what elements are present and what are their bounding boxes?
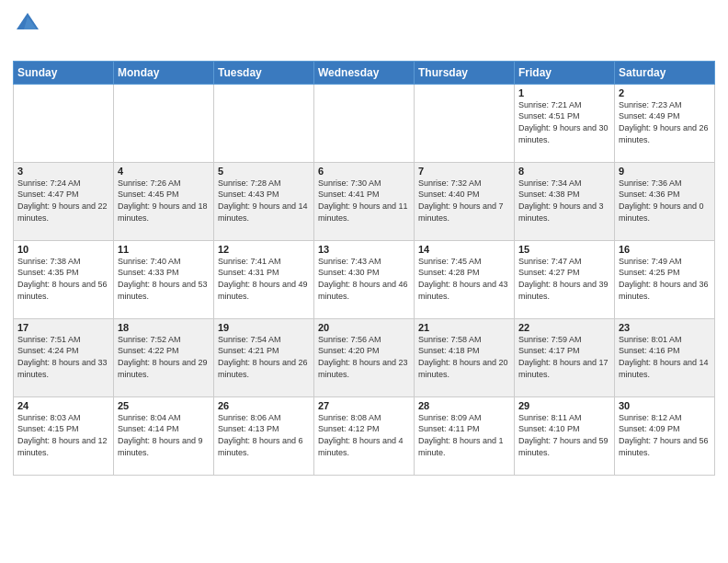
- day-info: Sunrise: 7:23 AM Sunset: 4:49 PM Dayligh…: [619, 99, 711, 145]
- calendar-cell: 28Sunrise: 8:09 AM Sunset: 4:11 PM Dayli…: [415, 396, 515, 475]
- calendar-cell: 20Sunrise: 7:56 AM Sunset: 4:20 PM Dayli…: [314, 318, 415, 396]
- calendar-cell: 18Sunrise: 7:52 AM Sunset: 4:22 PM Dayli…: [114, 318, 214, 396]
- day-number: 27: [318, 400, 410, 411]
- day-number: 22: [518, 322, 610, 333]
- day-number: 16: [619, 244, 711, 255]
- day-info: Sunrise: 7:24 AM Sunset: 4:47 PM Dayligh…: [17, 178, 109, 224]
- calendar-cell: 9Sunrise: 7:36 AM Sunset: 4:36 PM Daylig…: [615, 162, 715, 240]
- day-info: Sunrise: 7:30 AM Sunset: 4:41 PM Dayligh…: [318, 178, 410, 224]
- day-number: 12: [218, 244, 310, 255]
- day-number: 20: [318, 322, 410, 333]
- calendar-week-row: 1Sunrise: 7:21 AM Sunset: 4:51 PM Daylig…: [14, 84, 715, 162]
- calendar-cell: 2Sunrise: 7:23 AM Sunset: 4:49 PM Daylig…: [615, 84, 715, 162]
- day-info: Sunrise: 8:08 AM Sunset: 4:12 PM Dayligh…: [318, 412, 410, 458]
- calendar-cell: 10Sunrise: 7:38 AM Sunset: 4:35 PM Dayli…: [14, 240, 114, 318]
- day-info: Sunrise: 8:01 AM Sunset: 4:16 PM Dayligh…: [619, 334, 711, 380]
- day-number: 24: [17, 400, 109, 411]
- calendar-cell: 25Sunrise: 8:04 AM Sunset: 4:14 PM Dayli…: [114, 396, 214, 475]
- day-info: Sunrise: 7:56 AM Sunset: 4:20 PM Dayligh…: [318, 334, 410, 380]
- day-info: Sunrise: 7:28 AM Sunset: 4:43 PM Dayligh…: [218, 178, 310, 224]
- calendar-cell: [314, 84, 415, 162]
- day-info: Sunrise: 8:04 AM Sunset: 4:14 PM Dayligh…: [118, 412, 210, 458]
- day-info: Sunrise: 7:36 AM Sunset: 4:36 PM Dayligh…: [619, 178, 711, 224]
- calendar-cell: 5Sunrise: 7:28 AM Sunset: 4:43 PM Daylig…: [214, 162, 314, 240]
- calendar-cell: [114, 84, 214, 162]
- day-info: Sunrise: 7:54 AM Sunset: 4:21 PM Dayligh…: [218, 334, 310, 380]
- day-info: Sunrise: 7:58 AM Sunset: 4:18 PM Dayligh…: [418, 334, 510, 380]
- day-number: 15: [518, 244, 610, 255]
- day-number: 11: [118, 244, 210, 255]
- day-info: Sunrise: 7:51 AM Sunset: 4:24 PM Dayligh…: [17, 334, 109, 380]
- day-info: Sunrise: 7:45 AM Sunset: 4:28 PM Dayligh…: [418, 256, 510, 302]
- day-number: 9: [619, 166, 711, 177]
- header: [13, 9, 715, 53]
- calendar-cell: 13Sunrise: 7:43 AM Sunset: 4:30 PM Dayli…: [314, 240, 415, 318]
- day-info: Sunrise: 7:49 AM Sunset: 4:25 PM Dayligh…: [619, 256, 711, 302]
- day-info: Sunrise: 7:34 AM Sunset: 4:38 PM Dayligh…: [518, 178, 610, 224]
- day-info: Sunrise: 8:09 AM Sunset: 4:11 PM Dayligh…: [418, 412, 510, 458]
- calendar-cell: 21Sunrise: 7:58 AM Sunset: 4:18 PM Dayli…: [415, 318, 515, 396]
- calendar-cell: 1Sunrise: 7:21 AM Sunset: 4:51 PM Daylig…: [515, 84, 615, 162]
- logo-icon: [15, 9, 40, 35]
- day-number: 23: [619, 322, 711, 333]
- day-info: Sunrise: 7:38 AM Sunset: 4:35 PM Dayligh…: [17, 256, 109, 302]
- calendar-week-row: 10Sunrise: 7:38 AM Sunset: 4:35 PM Dayli…: [14, 240, 715, 318]
- weekday-header: Tuesday: [214, 61, 314, 84]
- day-number: 21: [418, 322, 510, 333]
- day-number: 14: [418, 244, 510, 255]
- calendar-cell: 7Sunrise: 7:32 AM Sunset: 4:40 PM Daylig…: [415, 162, 515, 240]
- calendar-week-row: 24Sunrise: 8:03 AM Sunset: 4:15 PM Dayli…: [14, 396, 715, 475]
- day-number: 26: [218, 400, 310, 411]
- day-number: 6: [318, 166, 410, 177]
- calendar-cell: 3Sunrise: 7:24 AM Sunset: 4:47 PM Daylig…: [14, 162, 114, 240]
- day-number: 10: [17, 244, 109, 255]
- day-number: 28: [418, 400, 510, 411]
- day-info: Sunrise: 7:59 AM Sunset: 4:17 PM Dayligh…: [518, 334, 610, 380]
- weekday-header: Monday: [114, 61, 214, 84]
- day-info: Sunrise: 7:40 AM Sunset: 4:33 PM Dayligh…: [118, 256, 210, 302]
- day-number: 29: [518, 400, 610, 411]
- calendar-cell: 17Sunrise: 7:51 AM Sunset: 4:24 PM Dayli…: [14, 318, 114, 396]
- day-number: 7: [418, 166, 510, 177]
- day-info: Sunrise: 7:32 AM Sunset: 4:40 PM Dayligh…: [418, 178, 510, 224]
- day-number: 8: [518, 166, 610, 177]
- calendar-cell: 27Sunrise: 8:08 AM Sunset: 4:12 PM Dayli…: [314, 396, 415, 475]
- calendar-header-row: SundayMondayTuesdayWednesdayThursdayFrid…: [14, 61, 715, 84]
- day-info: Sunrise: 7:47 AM Sunset: 4:27 PM Dayligh…: [518, 256, 610, 302]
- main-container: SundayMondayTuesdayWednesdayThursdayFrid…: [0, 0, 728, 485]
- calendar-week-row: 17Sunrise: 7:51 AM Sunset: 4:24 PM Dayli…: [14, 318, 715, 396]
- day-info: Sunrise: 7:26 AM Sunset: 4:45 PM Dayligh…: [118, 178, 210, 224]
- calendar-cell: 6Sunrise: 7:30 AM Sunset: 4:41 PM Daylig…: [314, 162, 415, 240]
- calendar-cell: 15Sunrise: 7:47 AM Sunset: 4:27 PM Dayli…: [515, 240, 615, 318]
- day-number: 1: [518, 87, 610, 98]
- calendar-cell: 4Sunrise: 7:26 AM Sunset: 4:45 PM Daylig…: [114, 162, 214, 240]
- day-number: 19: [218, 322, 310, 333]
- weekday-header: Wednesday: [314, 61, 415, 84]
- day-number: 17: [17, 322, 109, 333]
- calendar-cell: 26Sunrise: 8:06 AM Sunset: 4:13 PM Dayli…: [214, 396, 314, 475]
- day-number: 30: [619, 400, 711, 411]
- day-info: Sunrise: 8:12 AM Sunset: 4:09 PM Dayligh…: [619, 412, 711, 458]
- day-info: Sunrise: 7:41 AM Sunset: 4:31 PM Dayligh…: [218, 256, 310, 302]
- calendar-cell: 23Sunrise: 8:01 AM Sunset: 4:16 PM Dayli…: [615, 318, 715, 396]
- calendar-table: SundayMondayTuesdayWednesdayThursdayFrid…: [13, 61, 715, 476]
- calendar-cell: [14, 84, 114, 162]
- calendar-cell: 22Sunrise: 7:59 AM Sunset: 4:17 PM Dayli…: [515, 318, 615, 396]
- weekday-header: Thursday: [415, 61, 515, 84]
- day-number: 13: [318, 244, 410, 255]
- day-info: Sunrise: 8:06 AM Sunset: 4:13 PM Dayligh…: [218, 412, 310, 458]
- day-number: 25: [118, 400, 210, 411]
- day-info: Sunrise: 7:21 AM Sunset: 4:51 PM Dayligh…: [518, 99, 610, 145]
- day-info: Sunrise: 8:03 AM Sunset: 4:15 PM Dayligh…: [17, 412, 109, 458]
- day-number: 3: [17, 166, 109, 177]
- calendar-cell: [214, 84, 314, 162]
- weekday-header: Saturday: [615, 61, 715, 84]
- day-number: 5: [218, 166, 310, 177]
- day-number: 18: [118, 322, 210, 333]
- weekday-header: Sunday: [14, 61, 114, 84]
- day-info: Sunrise: 7:43 AM Sunset: 4:30 PM Dayligh…: [318, 256, 410, 302]
- logo: [13, 9, 40, 53]
- calendar-cell: 14Sunrise: 7:45 AM Sunset: 4:28 PM Dayli…: [415, 240, 515, 318]
- calendar-cell: 11Sunrise: 7:40 AM Sunset: 4:33 PM Dayli…: [114, 240, 214, 318]
- day-number: 2: [619, 87, 711, 98]
